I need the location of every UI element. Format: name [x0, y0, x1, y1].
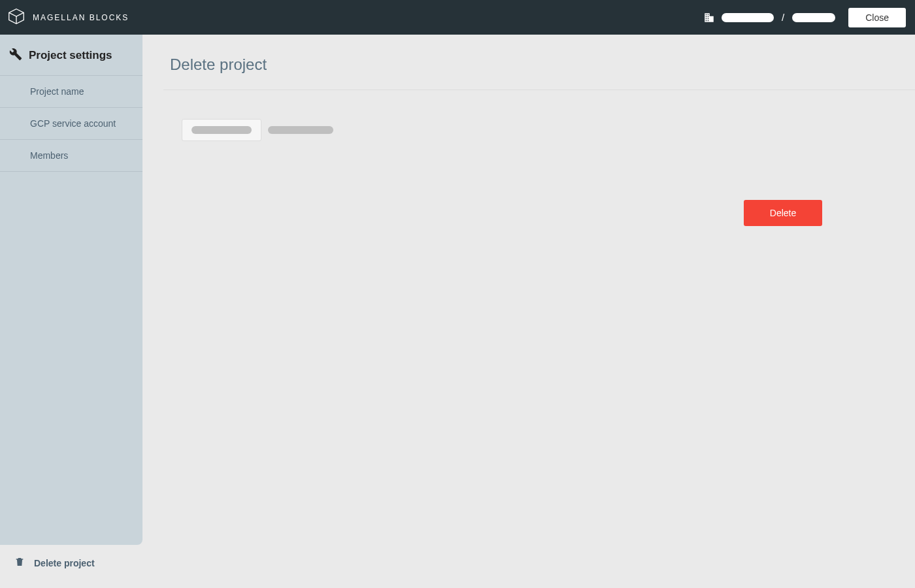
confirm-row	[182, 119, 796, 141]
org-name-placeholder[interactable]	[722, 13, 774, 22]
actions: Delete	[182, 163, 822, 226]
close-button[interactable]: Close	[848, 8, 906, 27]
topbar: MAGELLAN BLOCKS / Close	[0, 0, 915, 35]
brand-area[interactable]: MAGELLAN BLOCKS	[7, 7, 129, 29]
sidebar-item-gcp-service-account[interactable]: GCP service account	[0, 108, 142, 140]
sidebar: Project settings Project name GCP servic…	[0, 35, 142, 545]
breadcrumb-separator: /	[780, 12, 786, 23]
brand-text: MAGELLAN BLOCKS	[33, 13, 129, 22]
organization-icon	[703, 12, 715, 24]
sidebar-footer-label: Delete project	[34, 558, 95, 568]
form-area: Delete	[142, 90, 796, 226]
cube-logo-icon	[7, 7, 26, 29]
trash-icon	[14, 557, 25, 570]
sidebar-footer-delete-project[interactable]: Delete project	[0, 547, 142, 579]
sidebar-header: Project settings	[0, 35, 142, 76]
confirm-label-placeholder	[268, 126, 333, 134]
body: Project settings Project name GCP servic…	[0, 35, 915, 588]
sidebar-item-project-name[interactable]: Project name	[0, 76, 142, 108]
project-chip	[182, 119, 261, 141]
topbar-right: / Close	[703, 8, 906, 27]
delete-button[interactable]: Delete	[744, 200, 822, 226]
project-name-placeholder[interactable]	[792, 13, 835, 22]
main-content: Delete project Delete	[142, 35, 915, 588]
project-chip-text-placeholder	[191, 126, 252, 134]
sidebar-title: Project settings	[29, 49, 112, 62]
sidebar-item-members[interactable]: Members	[0, 140, 142, 172]
wrench-icon	[9, 48, 22, 63]
page-title: Delete project	[142, 50, 915, 90]
